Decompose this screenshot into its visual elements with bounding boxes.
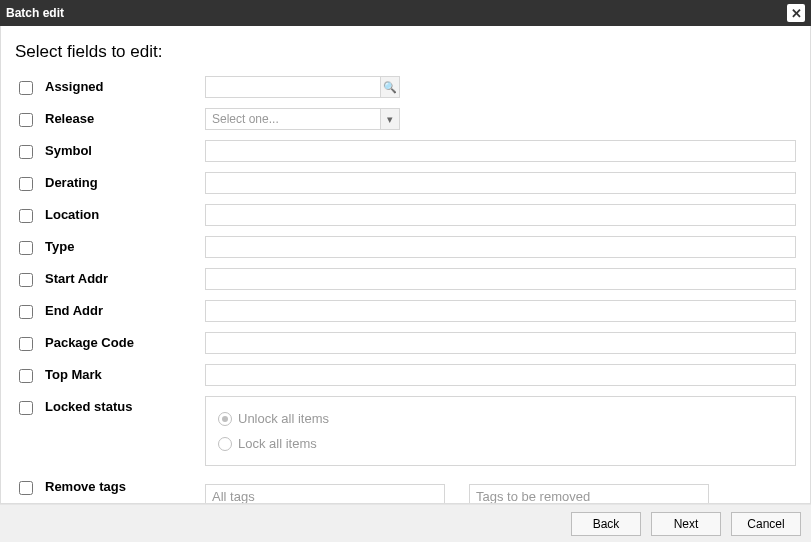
end-addr-input[interactable] [205, 300, 796, 322]
row-top-mark: Top Mark [15, 364, 796, 386]
next-button[interactable]: Next [651, 512, 721, 536]
checkbox-end-addr[interactable] [19, 305, 33, 319]
assigned-input[interactable] [205, 76, 380, 98]
row-remove-tags: Remove tags All tags Tags to be removed [15, 476, 796, 503]
start-addr-input[interactable] [205, 268, 796, 290]
row-assigned: Assigned 🔍 [15, 76, 796, 98]
close-icon: ✕ [791, 7, 802, 20]
release-dropdown-button[interactable]: ▾ [380, 108, 400, 130]
checkbox-start-addr[interactable] [19, 273, 33, 287]
tags-to-remove-box[interactable]: Tags to be removed [469, 484, 709, 503]
label-start-addr: Start Addr [45, 268, 205, 286]
checkbox-derating[interactable] [19, 177, 33, 191]
scroll-area[interactable]: Select fields to edit: Assigned 🔍 Releas… [1, 26, 810, 503]
label-assigned: Assigned [45, 76, 205, 94]
row-end-addr: End Addr [15, 300, 796, 322]
release-input[interactable] [205, 108, 380, 130]
assigned-picker: 🔍 [205, 76, 400, 98]
all-tags-label: All tags [212, 489, 255, 503]
dialog-footer: Back Next Cancel [0, 504, 811, 542]
checkbox-assigned[interactable] [19, 81, 33, 95]
radio-unlock-all[interactable]: Unlock all items [218, 411, 783, 426]
derating-input[interactable] [205, 172, 796, 194]
remove-tags-columns: All tags Tags to be removed [205, 484, 796, 503]
row-location: Location [15, 204, 796, 226]
checkbox-remove-tags[interactable] [19, 481, 33, 495]
row-derating: Derating [15, 172, 796, 194]
locked-status-group: Unlock all items Lock all items [205, 396, 796, 466]
dialog-body: Select fields to edit: Assigned 🔍 Releas… [0, 26, 811, 504]
dialog-title: Batch edit [6, 6, 64, 20]
search-icon: 🔍 [383, 81, 397, 94]
radio-icon [218, 437, 232, 451]
type-input[interactable] [205, 236, 796, 258]
cancel-button[interactable]: Cancel [731, 512, 801, 536]
top-mark-input[interactable] [205, 364, 796, 386]
label-locked-status: Locked status [45, 396, 205, 414]
label-package-code: Package Code [45, 332, 205, 350]
package-code-input[interactable] [205, 332, 796, 354]
row-symbol: Symbol [15, 140, 796, 162]
checkbox-package-code[interactable] [19, 337, 33, 351]
back-button[interactable]: Back [571, 512, 641, 536]
label-remove-tags: Remove tags [45, 476, 205, 494]
tags-to-remove-label: Tags to be removed [476, 489, 590, 503]
page-heading: Select fields to edit: [15, 42, 796, 62]
label-end-addr: End Addr [45, 300, 205, 318]
label-symbol: Symbol [45, 140, 205, 158]
symbol-input[interactable] [205, 140, 796, 162]
chevron-down-icon: ▾ [387, 113, 393, 126]
checkbox-symbol[interactable] [19, 145, 33, 159]
release-select: ▾ [205, 108, 400, 130]
radio-unlock-label: Unlock all items [238, 411, 329, 426]
row-release: Release ▾ [15, 108, 796, 130]
radio-lock-label: Lock all items [238, 436, 317, 451]
label-derating: Derating [45, 172, 205, 190]
checkbox-location[interactable] [19, 209, 33, 223]
radio-lock-all[interactable]: Lock all items [218, 436, 783, 451]
checkbox-top-mark[interactable] [19, 369, 33, 383]
label-release: Release [45, 108, 205, 126]
location-input[interactable] [205, 204, 796, 226]
checkbox-type[interactable] [19, 241, 33, 255]
label-type: Type [45, 236, 205, 254]
row-package-code: Package Code [15, 332, 796, 354]
close-button[interactable]: ✕ [787, 4, 805, 22]
label-top-mark: Top Mark [45, 364, 205, 382]
all-tags-box[interactable]: All tags [205, 484, 445, 503]
row-type: Type [15, 236, 796, 258]
checkbox-release[interactable] [19, 113, 33, 127]
row-start-addr: Start Addr [15, 268, 796, 290]
label-location: Location [45, 204, 205, 222]
checkbox-locked-status[interactable] [19, 401, 33, 415]
row-locked-status: Locked status Unlock all items Lock all … [15, 396, 796, 466]
radio-icon [218, 412, 232, 426]
assigned-search-button[interactable]: 🔍 [380, 76, 400, 98]
title-bar: Batch edit ✕ [0, 0, 811, 26]
